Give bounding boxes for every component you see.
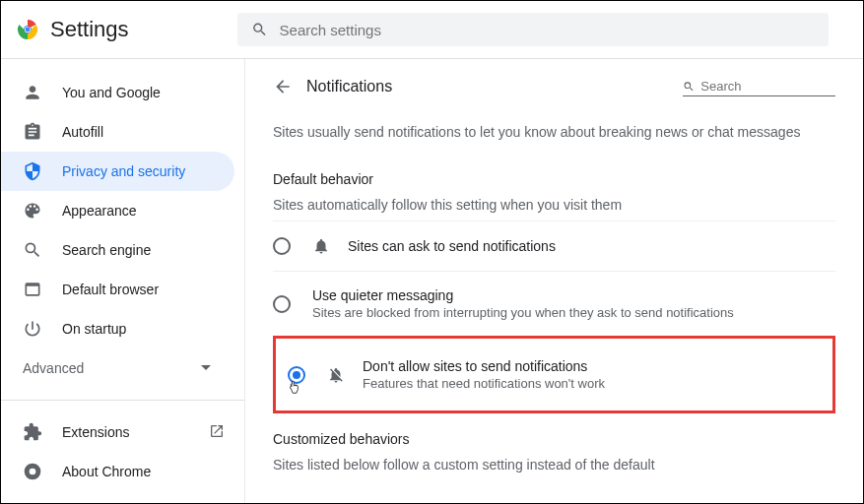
divider bbox=[1, 400, 244, 401]
inline-search-box[interactable] bbox=[683, 77, 835, 96]
option-title: Sites can ask to send notifications bbox=[348, 238, 556, 254]
bell-icon bbox=[312, 237, 330, 255]
radio-button[interactable] bbox=[273, 295, 291, 313]
main-content: Notifications Sites usually send notific… bbox=[245, 59, 863, 504]
option-sites-can-ask[interactable]: Sites can ask to send notifications bbox=[273, 220, 835, 271]
external-link-icon bbox=[209, 423, 225, 442]
chrome-logo-icon bbox=[17, 19, 38, 40]
sidebar-item-label: About Chrome bbox=[62, 464, 151, 479]
option-sub: Sites are blocked from interrupting you … bbox=[312, 305, 734, 320]
sidebar-item-label: Extensions bbox=[62, 424, 129, 440]
sidebar-item-appearance[interactable]: Appearance bbox=[1, 191, 244, 230]
content-title: Notifications bbox=[306, 78, 392, 95]
section-title-default: Default behavior bbox=[273, 171, 835, 187]
sidebar-item-label: Default browser bbox=[62, 282, 159, 297]
sidebar-item-extensions[interactable]: Extensions bbox=[1, 412, 244, 452]
shield-icon bbox=[23, 161, 42, 181]
sidebar-item-about-chrome[interactable]: About Chrome bbox=[1, 452, 244, 491]
advanced-label: Advanced bbox=[23, 360, 84, 376]
sidebar-item-label: On startup bbox=[62, 321, 126, 337]
option-title: Don't allow sites to send notifications bbox=[363, 358, 605, 374]
option-dont-allow[interactable]: Don't allow sites to send notifications … bbox=[288, 343, 821, 407]
clipboard-icon bbox=[23, 122, 42, 142]
sidebar-item-label: Search engine bbox=[62, 242, 151, 258]
sidebar-item-label: You and Google bbox=[62, 85, 161, 100]
search-settings-box[interactable] bbox=[237, 13, 829, 46]
highlighted-option-box: Don't allow sites to send notifications … bbox=[273, 336, 835, 413]
sidebar-item-label: Privacy and security bbox=[62, 163, 185, 179]
sidebar-advanced-toggle[interactable]: Advanced bbox=[1, 348, 244, 388]
page-description: Sites usually send notifications to let … bbox=[273, 124, 835, 140]
sidebar-item-default-browser[interactable]: Default browser bbox=[1, 270, 244, 309]
search-icon bbox=[23, 240, 42, 260]
option-title: Use quieter messaging bbox=[312, 287, 734, 303]
sidebar-item-label: Appearance bbox=[62, 203, 137, 219]
bell-off-icon bbox=[327, 366, 345, 384]
search-icon bbox=[683, 80, 695, 94]
main-header: Notifications bbox=[273, 77, 835, 96]
palette-icon bbox=[23, 201, 42, 220]
option-sub: Features that need notifications won't w… bbox=[363, 376, 605, 391]
extension-icon bbox=[23, 422, 42, 442]
chrome-icon bbox=[23, 462, 42, 481]
svg-point-3 bbox=[26, 28, 31, 32]
page-title: Settings bbox=[50, 17, 129, 42]
sidebar: You and Google Autofill Privacy and secu… bbox=[1, 59, 245, 504]
person-icon bbox=[23, 83, 42, 102]
sidebar-item-autofill[interactable]: Autofill bbox=[1, 112, 244, 152]
chevron-down-icon bbox=[201, 363, 211, 373]
arrow-left-icon bbox=[273, 77, 293, 96]
sidebar-item-on-startup[interactable]: On startup bbox=[1, 309, 244, 348]
header: Settings bbox=[1, 1, 863, 59]
section-sub-customized: Sites listed below follow a custom setti… bbox=[273, 457, 835, 472]
inline-search-input[interactable] bbox=[700, 79, 835, 94]
section-title-customized: Customized behaviors bbox=[273, 431, 835, 447]
radio-button[interactable] bbox=[288, 366, 305, 384]
sidebar-item-label: Autofill bbox=[62, 124, 103, 140]
search-icon bbox=[251, 21, 268, 38]
svg-point-5 bbox=[30, 469, 36, 475]
sidebar-item-you-and-google[interactable]: You and Google bbox=[1, 73, 244, 112]
power-icon bbox=[23, 319, 42, 339]
option-quieter-messaging[interactable]: Use quieter messaging Sites are blocked … bbox=[273, 271, 835, 336]
sidebar-item-search-engine[interactable]: Search engine bbox=[1, 230, 244, 270]
sidebar-item-privacy-security[interactable]: Privacy and security bbox=[1, 152, 234, 191]
section-sub-default: Sites automatically follow this setting … bbox=[273, 197, 835, 213]
search-settings-input[interactable] bbox=[280, 22, 815, 38]
radio-button[interactable] bbox=[273, 237, 291, 255]
browser-icon bbox=[23, 280, 42, 299]
back-button[interactable] bbox=[273, 77, 293, 96]
